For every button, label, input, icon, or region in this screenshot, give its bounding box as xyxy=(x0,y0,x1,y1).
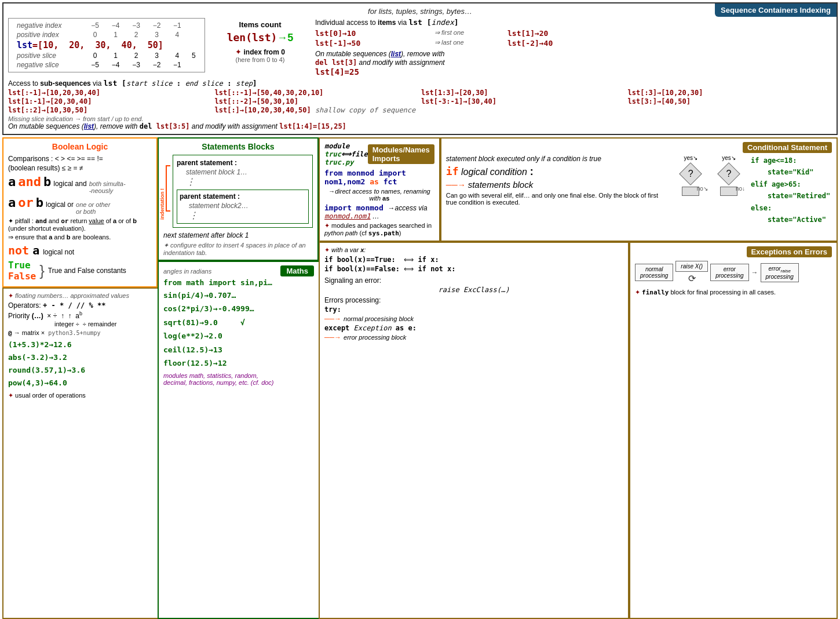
cond-header: Conditional Statement xyxy=(446,142,832,153)
math-ex-1: (1+5.3)*2→12.6 xyxy=(8,338,153,351)
not-desc: logical not xyxy=(43,248,74,256)
pos-slice-2: 2 xyxy=(126,51,146,60)
priority-line: Priority (…) × ÷ ↑ ↑ ab xyxy=(8,311,153,320)
bottom-right-row: ✦ with a var x: if bool(x)==True: ⟺ if x… xyxy=(319,242,838,619)
center-column: Statements Blocks indentation ! parent s… xyxy=(158,137,319,619)
stmt-block-inner: parent statement : statement block2… ⋮ xyxy=(177,190,309,224)
diamond-1: ? xyxy=(679,162,702,185)
sub-code-4: lst[:3]→[10,20,30] xyxy=(628,89,832,97)
or-keyword: or xyxy=(18,195,34,210)
access-grid: lst[0]→10 ⇒ first one lst[1]→20 lst[-1]→… xyxy=(315,29,832,48)
sub-code-grid: lst[:-1]→[10,20,30,40] lst[::-1]→[50,40,… xyxy=(8,89,832,114)
math-ex-4: pow(4,3)→64.0 xyxy=(8,377,153,389)
a-label: a xyxy=(8,174,16,189)
index-table-wrap: negative index −5 −4 −3 −2 −1 positive i… xyxy=(8,18,205,72)
modules-header: module truc⟺file truc.py Modules/Names I… xyxy=(324,142,434,166)
parent-stmt-1: parent statement : xyxy=(177,159,309,167)
maths-ceil: ceil(12.5)→13 xyxy=(163,343,314,356)
items-count-box: Items count len(lst)→5 ✦ index from 0 (h… xyxy=(211,18,309,65)
true-false-row: True False } True and False constants xyxy=(8,260,152,282)
boolean-panel: Boolean Logic Comparisons : < > <= >= ==… xyxy=(2,137,158,287)
signaling-label: Signaling an error: xyxy=(324,276,623,285)
not-keyword: not xyxy=(8,243,29,257)
dots-1: ⋮ xyxy=(186,176,309,187)
diamond-2: ? xyxy=(717,162,740,185)
neg-slice-5: −5 xyxy=(85,60,105,70)
math-ex-3: round(3.57,1)→3.6 xyxy=(8,364,153,377)
flow-box-normal: normalprocessing xyxy=(635,264,673,281)
exc-flow-diagram: normalprocessing raise X() ⟳ errorproces… xyxy=(635,261,832,284)
neg-idx-1: −1 xyxy=(167,21,187,30)
modules-note1: modules math, statistics, random, xyxy=(163,372,314,379)
rect-2 xyxy=(720,187,737,196)
normal-block-row: ──→ normal procesising block xyxy=(324,315,623,323)
neg-slice-label: negative slice xyxy=(13,60,85,70)
or-sub: one or otheror both xyxy=(76,201,110,215)
stmt-diagram-outer: indentation ! parent statement : stateme… xyxy=(163,155,313,239)
flow-box-raise: raise X() xyxy=(675,261,708,272)
yes-label-1: yes↘ xyxy=(684,155,698,161)
sub-code-9: lst[::2]→[10,30,50] xyxy=(8,106,213,114)
stmt-block-2-text: statement block2… xyxy=(189,202,306,210)
exceptions-right-panel: Exceptions on Errors normalprocessing ra… xyxy=(629,242,838,619)
normal-block-text: normal procesising block xyxy=(344,315,414,322)
a2-label: a xyxy=(8,195,16,210)
modules-path-note: ✦ modules and packages searched in pytho… xyxy=(324,222,434,237)
raise-line: raise ExcClass(…) xyxy=(324,286,623,294)
stmt-indent-wrap: indentation ! parent statement : stateme… xyxy=(163,155,313,230)
exc-badge: Exceptions on Errors xyxy=(747,246,832,257)
cond-badge: Conditional Statement xyxy=(743,142,832,153)
cond-left: statement block executed only if a condi… xyxy=(446,155,668,225)
sub-code-10: lst[:]→[10,20,30,40,50] shallow copy of … xyxy=(215,106,419,114)
top-right-row: module truc⟺file truc.py Modules/Names I… xyxy=(319,137,838,242)
maths-header: angles in radians Maths xyxy=(163,265,314,276)
maths-floor: floor(12.5)→12 xyxy=(163,356,314,370)
math-ex-2: abs(-3.2)→3.2 xyxy=(8,351,153,364)
pitfall-note: ✦ pitfall : and and or return value of a… xyxy=(8,217,152,232)
stmt-content: parent statement : statement block 1… ⋮ … xyxy=(173,155,313,230)
false-val: False xyxy=(8,271,36,282)
if-line: if logical condition : xyxy=(446,165,668,178)
pos-idx-1: 1 xyxy=(105,30,126,39)
right-access: Individual access to items via lst [inde… xyxy=(315,18,832,77)
question-mark-1: ? xyxy=(688,169,693,179)
page: Sequence Containers Indexing for lists, … xyxy=(0,0,840,619)
neg-idx-2: −2 xyxy=(147,21,167,30)
except-line: except Exception as e: xyxy=(324,324,623,332)
usual-ops-note: ✦ usual order of operations xyxy=(8,392,153,399)
lst-values: lst=[10, 20, 30, 40, 50] xyxy=(13,39,188,51)
pos-slice-3: 3 xyxy=(147,51,167,60)
bool-false-line: if bool(x)==False: ⟺ if not x: xyxy=(324,265,623,273)
sub-note1: Missing slice indication → from start / … xyxy=(8,115,832,122)
flow-arrows: ⟳ xyxy=(688,273,696,284)
sub-note2: On mutable sequences (list), remove with… xyxy=(8,122,832,130)
maths-right-panel: angles in radians Maths from math import… xyxy=(158,261,320,619)
maths-log: log(e**2)→2.0 xyxy=(163,329,314,343)
no-label-2: no↓ xyxy=(736,185,745,192)
arrow-normal: ──→ xyxy=(324,315,341,323)
assign-line: lst[4]=25 xyxy=(315,67,832,77)
indent-indicator: indentation ! xyxy=(163,155,173,230)
index-note2: (here from 0 to 4) xyxy=(213,56,307,63)
cond-desc: statement block executed only if a condi… xyxy=(446,155,668,163)
maths-codes: sin(pi/4)→0.707… cos(2*pi/3)→-0.4999… sq… xyxy=(163,289,314,370)
maths-badge: Maths xyxy=(280,265,314,276)
neg-idx-3: −3 xyxy=(126,21,146,30)
neg-idx-label: negative index xyxy=(13,21,85,30)
access-lstm2: lst[-2]→40 xyxy=(507,39,600,48)
exceptions-left-panel: ✦ with a var x: if bool(x)==True: ⟺ if x… xyxy=(319,242,629,619)
errors-label: Errors processing: xyxy=(324,296,623,304)
tf-note: True and False constants xyxy=(48,267,126,275)
error-block-row: ──→ error processing block xyxy=(324,333,623,341)
finally-note: ✦ finally block for final processing in … xyxy=(635,289,832,296)
top-content: negative index −5 −4 −3 −2 −1 positive i… xyxy=(8,18,832,77)
angles-note: angles in radians xyxy=(163,268,211,275)
sub-code-1: lst[:-1]→[10,20,30,40] xyxy=(8,89,213,97)
modules-panel: module truc⟺file truc.py Modules/Names I… xyxy=(319,137,440,242)
neg-slice-4: −4 xyxy=(105,60,126,70)
direct-access-note: →direct access to names, renaming with a… xyxy=(324,188,434,202)
exc-header: Exceptions on Errors xyxy=(635,246,832,257)
individual-title: Individual access to items via lst [inde… xyxy=(315,18,832,27)
or-row: a or b logical or one or otheror both xyxy=(8,195,152,215)
len-code: len(lst)→5 xyxy=(213,31,307,44)
